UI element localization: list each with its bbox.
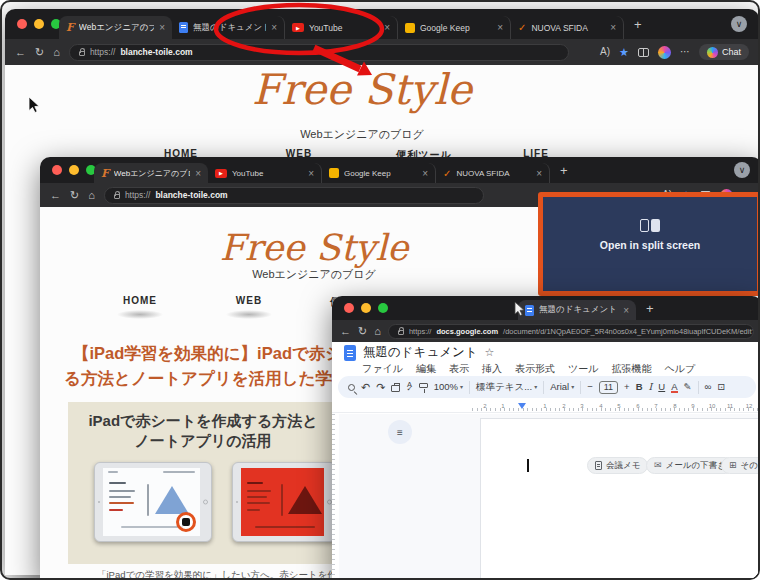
font-select[interactable]: Arial▾ (550, 382, 574, 392)
text-cursor (527, 459, 529, 472)
tab-nuova-sfida[interactable]: ✓ NUOVA SFIDA × (436, 163, 550, 183)
search-menus-icon[interactable] (348, 384, 355, 391)
read-aloud-icon[interactable]: A) (600, 47, 610, 57)
italic-button[interactable]: I (649, 382, 653, 392)
tab-google-docs[interactable]: 無題のドキュメント - Google ド × (172, 16, 285, 39)
menu-format[interactable]: 表示形式 (515, 362, 555, 376)
menu-tools[interactable]: ツール (568, 362, 598, 376)
tab-google-keep[interactable]: Google Keep × (322, 163, 436, 183)
home-icon[interactable]: ⌂ (53, 47, 60, 58)
url-field[interactable]: https://docs.google.com/document/d/1NQpA… (388, 324, 754, 339)
increase-font-icon[interactable]: + (624, 382, 630, 392)
back-icon[interactable]: ← (15, 47, 26, 58)
menu-view[interactable]: 表示 (449, 362, 469, 376)
chip-meeting-notes[interactable]: 会議メモ (587, 457, 648, 474)
new-tab-button[interactable]: + (624, 17, 652, 32)
close-tab-icon[interactable]: × (384, 22, 390, 33)
tab-bar: F Webエンジニアのブログ × 無題のドキュメント - Google ド × … (5, 9, 759, 39)
insert-comment-icon[interactable]: ⊡ (717, 382, 725, 392)
close-window-button[interactable] (344, 303, 354, 313)
chat-button[interactable]: Chat (699, 44, 749, 60)
tab-blog[interactable]: F Webエンジニアのブログ × (59, 16, 172, 39)
split-screen-label: Open in split screen (600, 239, 700, 251)
menu-edit[interactable]: 編集 (416, 362, 436, 376)
spell-check-icon[interactable]: A✓ (406, 383, 412, 392)
refresh-icon[interactable]: ↻ (70, 190, 79, 201)
tab-google-docs[interactable]: 無題のドキュメント - Google ド × (518, 300, 636, 320)
indent-marker[interactable] (518, 403, 526, 409)
undo-icon[interactable]: ↶ (361, 382, 370, 393)
close-tab-icon[interactable]: × (497, 22, 503, 33)
split-screen-drop-target[interactable]: Open in split screen (543, 197, 757, 291)
new-tab-button[interactable]: + (636, 301, 664, 316)
article-hero-image[interactable]: iPadで赤シートを作成する方法と ノートアプリの活用 (68, 402, 338, 564)
tab-search-chevron-icon[interactable]: ∨ (734, 162, 750, 178)
menu-help[interactable]: ヘルプ (664, 362, 695, 376)
ipad-camera (98, 501, 100, 503)
zoom-select[interactable]: 100%▾ (434, 382, 463, 392)
close-tab-icon[interactable]: × (195, 168, 201, 179)
nav-link-home[interactable]: HOME (123, 295, 157, 306)
close-tab-icon[interactable]: × (308, 168, 314, 179)
chip-more[interactable]: ⊞ その他 (721, 457, 760, 474)
print-icon[interactable] (391, 382, 400, 392)
minimize-window-button[interactable] (361, 303, 371, 313)
back-icon[interactable]: ← (50, 190, 61, 201)
ruler-number: 5 (617, 403, 620, 409)
split-screen-button[interactable] (638, 48, 649, 57)
text-color-button[interactable]: A (671, 382, 677, 393)
bold-button[interactable]: B (636, 382, 643, 392)
font-size-field[interactable]: 11 (599, 381, 618, 394)
docs-app-icon[interactable] (344, 345, 356, 361)
lock-icon (114, 194, 120, 199)
vertical-ruler[interactable] (332, 414, 339, 580)
url-field[interactable]: https://blanche-toile.com (69, 44, 569, 61)
decrease-font-icon[interactable]: − (587, 382, 593, 392)
home-icon[interactable]: ⌂ (374, 326, 381, 337)
close-tab-icon[interactable]: × (610, 22, 616, 33)
home-icon[interactable]: ⌂ (88, 190, 95, 201)
close-window-button[interactable] (17, 19, 27, 29)
tab-strip: F Webエンジニアのブログ × 無題のドキュメント - Google ド × … (59, 9, 652, 39)
doc-title[interactable]: 無題のドキュメント (363, 344, 478, 361)
article-title-line2[interactable]: る方法とノートアプリを活用した学習法 (64, 368, 365, 390)
highlight-pen-icon[interactable]: ✎ (684, 382, 692, 392)
menu-insert[interactable]: 挿入 (482, 362, 502, 376)
underline-button[interactable]: U (658, 382, 665, 392)
profile-avatar[interactable] (658, 46, 671, 59)
close-tab-icon[interactable]: × (536, 168, 542, 179)
tab-blog[interactable]: F Webエンジニアのブログ × (94, 163, 208, 183)
paint-format-icon[interactable] (419, 386, 428, 388)
styles-select[interactable]: 標準テキス...▾ (476, 382, 537, 392)
refresh-icon[interactable]: ↻ (35, 47, 44, 58)
document-page[interactable]: 会議メモ ✉ メールの下書き ⊞ その他 (480, 418, 760, 580)
star-doc-icon[interactable]: ☆ (485, 346, 495, 359)
tab-nuova-sfida[interactable]: ✓ NUOVA SFIDA × (511, 16, 624, 39)
close-tab-icon[interactable]: × (422, 168, 428, 179)
pyramid-chart-red (288, 486, 322, 514)
close-tab-icon[interactable]: × (159, 22, 165, 33)
favorites-star-icon[interactable]: ★ (619, 47, 629, 58)
menu-file[interactable]: ファイル (362, 362, 403, 376)
document-outline-button[interactable]: ≡ (388, 420, 412, 444)
close-tab-icon[interactable]: × (623, 305, 629, 316)
tab-search-chevron-icon[interactable]: ∨ (731, 16, 747, 32)
new-tab-button[interactable]: + (550, 163, 578, 178)
tab-google-keep[interactable]: Google Keep × (398, 16, 511, 39)
minimize-window-button[interactable] (69, 165, 79, 175)
close-tab-icon[interactable]: × (271, 22, 277, 33)
insert-link-icon[interactable]: ∞ (705, 382, 712, 392)
refresh-icon[interactable]: ↻ (358, 326, 367, 337)
more-options-icon[interactable]: ⋯ (680, 47, 690, 57)
maximize-window-button[interactable] (378, 303, 388, 313)
minimize-window-button[interactable] (34, 19, 44, 29)
horizontal-ruler[interactable]: 2 1 1 2 3 4 5 6 7 8 9 10 11 12 (332, 402, 760, 413)
url-field[interactable]: https://blanche-toile.com (104, 187, 484, 204)
redo-icon[interactable]: ↷ (376, 382, 385, 393)
menu-extensions[interactable]: 拡張機能 (611, 362, 651, 376)
back-icon[interactable]: ← (340, 326, 351, 337)
tab-youtube[interactable]: ▶ YouTube × (285, 16, 398, 39)
tab-youtube[interactable]: ▶ YouTube × (208, 163, 322, 183)
close-window-button[interactable] (52, 165, 62, 175)
nav-link-web[interactable]: WEB (236, 295, 262, 306)
